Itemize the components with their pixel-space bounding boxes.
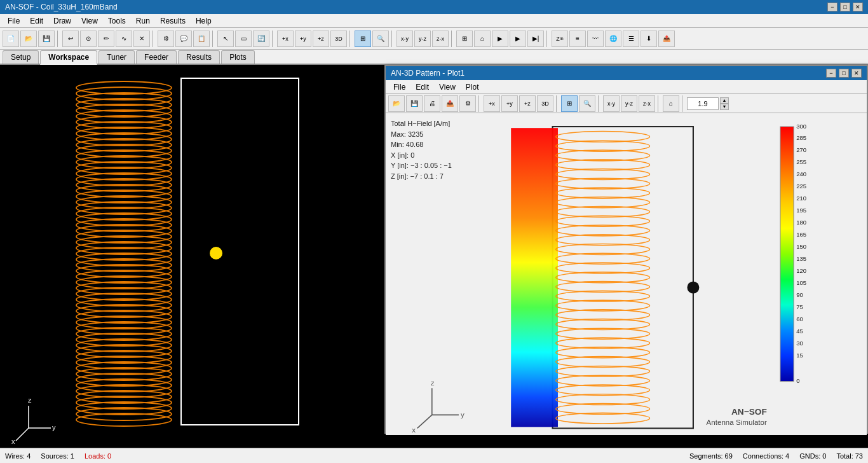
pt-settings[interactable]: ⚙ [459,95,476,112]
cursor-button[interactable]: ↖ [217,31,234,47]
yz-view[interactable]: y-z [414,31,431,47]
main-title-bar: AN-SOF - Coil_33uH_160mBand − □ ✕ [0,0,868,14]
svg-text:180: 180 [796,219,806,226]
svg-point-37 [76,287,172,300]
tab-setup[interactable]: Setup [3,50,39,64]
status-wires: Wires: 4 [5,452,31,460]
pattern-title: AN-3D Pattern - Plot1 [391,69,465,78]
play2-button[interactable]: ▶ [510,31,526,47]
select-button[interactable]: ▭ [235,31,252,47]
menu-run[interactable]: Run [131,14,155,27]
pt-ry[interactable]: +y [501,95,518,112]
tab-feeder[interactable]: Feeder [136,50,177,64]
svg-point-9 [76,127,172,140]
svg-text:240: 240 [796,170,806,177]
svg-point-10 [76,133,172,146]
tab-results[interactable]: Results [178,50,220,64]
svg-point-44 [76,328,172,340]
undo-button[interactable]: ↩ [62,31,79,47]
feed-point [210,247,222,259]
pattern-menu-edit[interactable]: Edit [410,80,434,93]
pattern-maximize[interactable]: □ [839,69,849,78]
list-button[interactable]: ☰ [623,31,639,47]
r3d-btn[interactable]: 3D [330,31,347,47]
tab-tuner[interactable]: Tuner [98,50,135,64]
freq-up[interactable]: ▲ [720,97,729,104]
ry-btn[interactable]: +y [295,31,311,47]
rotate-button[interactable]: 🔄 [253,31,269,47]
spread-button[interactable]: ≡ [569,31,586,47]
pt-open[interactable]: 📂 [388,95,405,112]
svg-point-31 [76,253,172,266]
wave-button[interactable]: ∿ [116,31,132,47]
new-button[interactable]: 📄 [3,31,19,47]
rx-btn[interactable]: +x [277,31,294,47]
delete-button[interactable]: ✕ [133,31,150,47]
xy-view[interactable]: x-y [397,31,413,47]
down-button[interactable]: ⬇ [641,31,657,47]
menu-file[interactable]: File [3,14,25,27]
workspace-3d[interactable]: y z x [0,65,384,448]
pattern-menu-view[interactable]: View [434,80,461,93]
play-button[interactable]: ▶ [492,31,508,47]
menu-draw[interactable]: Draw [48,14,76,27]
pattern-menu-bar: File Edit View Plot [386,80,867,94]
save-button[interactable]: 💾 [38,31,55,47]
maximize-button[interactable]: □ [840,3,850,11]
pt-zx[interactable]: z-x [639,95,655,112]
pencil-button[interactable]: ✏ [98,31,114,47]
rz-btn[interactable]: +z [313,31,329,47]
pt-xy[interactable]: x-y [603,95,620,112]
waves-button[interactable]: 〰 [587,31,604,47]
open-button[interactable]: 📂 [20,31,37,47]
pattern-minimize[interactable]: − [826,69,836,78]
pt-zoom[interactable]: 🔍 [579,95,595,112]
svg-point-7 [76,116,172,128]
main-area: y z x AN-3D Pattern - Plot1 − □ ✕ File E… [0,65,868,448]
freq-dropdown[interactable]: ▲ ▼ [687,97,729,110]
circle-button[interactable]: ⊙ [80,31,97,47]
export-button[interactable]: 📤 [658,31,675,47]
pt-rx[interactable]: +x [484,95,500,112]
home-button[interactable]: ⌂ [474,31,491,47]
tab-plots[interactable]: Plots [221,50,255,64]
next-button[interactable]: ▶| [527,31,544,47]
pt-home[interactable]: ⌂ [663,95,679,112]
svg-point-35 [76,276,172,289]
pt-rz[interactable]: +z [519,95,536,112]
toolbar-sep7 [451,31,454,47]
zoom-button[interactable]: 🔍 [372,31,389,47]
globe-button[interactable]: 🌐 [605,31,621,47]
freq-input[interactable] [687,97,719,110]
menu-view[interactable]: View [76,14,103,27]
comment-button[interactable]: 💬 [175,31,192,47]
pt-save[interactable]: 💾 [406,95,423,112]
zx-view[interactable]: z-x [432,31,449,47]
svg-rect-0 [181,78,299,425]
app-title: AN-SOF - Coil_33uH_160mBand [5,3,118,11]
pattern-close[interactable]: ✕ [851,69,862,78]
pt-export[interactable]: 📤 [442,95,458,112]
menu-tools[interactable]: Tools [103,14,131,27]
tab-workspace[interactable]: Workspace [40,50,97,65]
close-button[interactable]: ✕ [853,3,863,11]
menu-edit[interactable]: Edit [25,14,48,27]
freq-down[interactable]: ▼ [720,104,729,110]
zin-button[interactable]: Zin [552,31,568,47]
settings-button[interactable]: ⚙ [158,31,174,47]
pt-3dview[interactable]: ⊞ [561,95,578,112]
svg-text:z: z [28,396,32,404]
freq-arrows: ▲ ▼ [720,97,729,110]
main-toolbar: 📄 📂 💾 ↩ ⊙ ✏ ∿ ✕ ⚙ 💬 📋 ↖ ▭ 🔄 +x +y +z 3D … [0,28,868,50]
doc-button[interactable]: 📋 [193,31,210,47]
menu-results[interactable]: Results [155,14,191,27]
pt-yz[interactable]: y-z [621,95,637,112]
minimize-button[interactable]: − [827,3,837,11]
view3d-button[interactable]: ⊞ [355,31,371,47]
pt-r3d[interactable]: 3D [537,95,553,112]
pattern-menu-plot[interactable]: Plot [461,80,484,93]
grid-button[interactable]: ⊞ [456,31,473,47]
menu-help[interactable]: Help [191,14,217,27]
pattern-menu-file[interactable]: File [388,80,410,93]
pt-print[interactable]: 🖨 [424,95,440,112]
